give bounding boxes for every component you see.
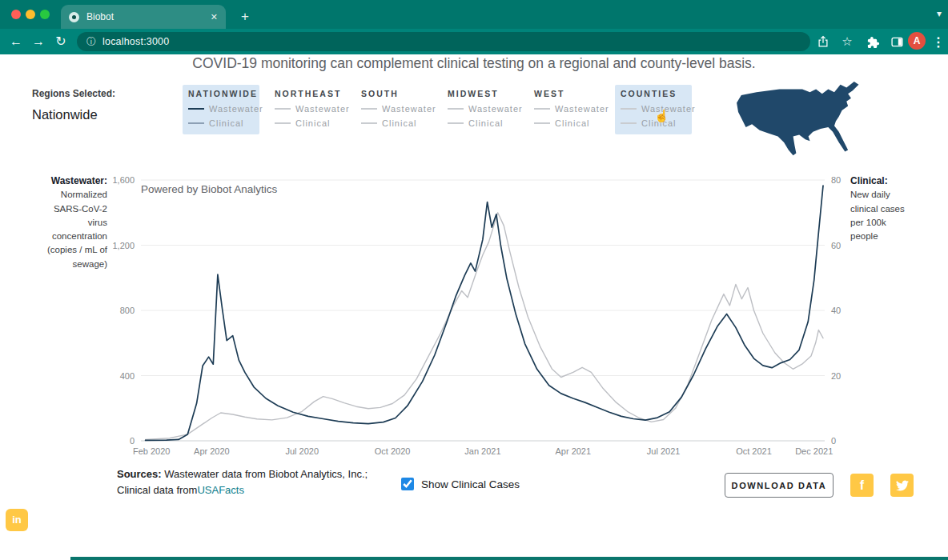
region-toggle-wastewater[interactable]: Wastewater	[188, 104, 254, 114]
address-bar[interactable]: ⓘ localhost:3000	[77, 32, 810, 51]
left-axis-tick-label: 1,200	[112, 241, 135, 250]
region-toggle-wastewater[interactable]: Wastewater	[448, 104, 513, 114]
back-button[interactable]: ←	[6, 32, 26, 51]
region-toggle-wastewater[interactable]: Wastewater	[275, 104, 340, 114]
legend-label: Wastewater	[295, 104, 350, 114]
right-axis-line: people	[850, 230, 924, 243]
region-toggle-clinical[interactable]: Clinical	[275, 118, 340, 128]
left-axis-line: Normalized	[24, 188, 107, 202]
legend-label: Clinical	[382, 118, 416, 128]
tab-close-icon[interactable]: ✕	[211, 12, 218, 22]
x-axis-tick-label: Jan 2021	[464, 446, 500, 456]
region-toggle-clinical[interactable]: Clinical	[621, 118, 686, 128]
usafacts-link[interactable]: USAFacts	[197, 484, 244, 496]
tab-list-chevron-icon[interactable]: ▾	[937, 8, 942, 19]
bookmark-star-icon[interactable]: ☆	[838, 33, 857, 50]
browser-menu-icon[interactable]: ⋮	[929, 33, 948, 50]
footer-strip	[70, 557, 948, 560]
side-panel-icon[interactable]	[887, 33, 906, 50]
sources-text: Sources: Wastewater data from Biobot Ana…	[117, 466, 368, 498]
legend-swatch	[534, 122, 550, 124]
linkedin-share-button[interactable]: in	[6, 509, 28, 531]
legend-swatch	[361, 108, 377, 110]
region-group-nationwide[interactable]: NATIONWIDE Wastewater Clinical	[183, 85, 259, 134]
window-zoom-button[interactable]	[40, 10, 50, 19]
facebook-share-button[interactable]: f	[850, 474, 874, 497]
x-axis-tick-label: Jul 2021	[647, 446, 681, 456]
legend-swatch	[188, 108, 204, 110]
right-axis-tick-label: 0	[831, 436, 836, 446]
legend-label: Clinical	[295, 118, 330, 128]
site-info-icon[interactable]: ⓘ	[86, 35, 96, 49]
wastewater-line	[146, 186, 823, 440]
show-clinical-checkbox[interactable]	[401, 478, 414, 490]
left-axis-line: SARS-CoV-2	[24, 202, 107, 216]
right-axis-line: clinical cases	[850, 202, 924, 216]
region-group-south[interactable]: SOUTH Wastewater Clinical	[356, 85, 432, 134]
window-minimize-button[interactable]	[26, 10, 35, 19]
forward-button[interactable]: →	[29, 32, 48, 51]
left-axis-tick-label: 1,600	[112, 175, 135, 185]
legend-swatch	[275, 122, 291, 124]
region-group-counties[interactable]: COUNTIES Wastewater Clinical	[615, 85, 692, 134]
regions-selected-value: Nationwide	[32, 107, 98, 122]
page-title: COVID-19 monitoring can complement clini…	[0, 55, 948, 72]
extensions-puzzle-icon[interactable]	[863, 33, 882, 50]
right-axis-line: per 100k	[850, 216, 924, 230]
x-axis-tick-label: Jul 2020	[285, 446, 319, 456]
x-axis-tick-label: Feb 2020	[133, 446, 170, 456]
x-axis-tick-label: Apr 2020	[194, 446, 230, 456]
left-axis-description: Wastewater: Normalized SARS-CoV-2 virus …	[24, 174, 107, 271]
x-axis-tick-label: Apr 2021	[555, 446, 591, 456]
region-toggle-wastewater[interactable]: Wastewater	[361, 104, 427, 114]
facebook-icon: f	[860, 478, 864, 493]
region-toggle-clinical[interactable]: Clinical	[361, 118, 427, 128]
right-axis-tick-label: 60	[831, 241, 841, 250]
region-toggle-clinical[interactable]: Clinical	[188, 118, 254, 128]
region-toggle-wastewater[interactable]: Wastewater	[534, 104, 600, 114]
show-clinical-label[interactable]: Show Clinical Cases	[421, 478, 520, 490]
region-group-northeast[interactable]: NORTHEAST Wastewater Clinical	[269, 85, 346, 134]
window-close-button[interactable]	[11, 10, 21, 19]
legend-label: Wastewater	[555, 104, 609, 114]
region-toggle-clinical[interactable]: Clinical	[534, 118, 600, 128]
twitter-share-button[interactable]	[890, 474, 914, 497]
browser-window: Biobot ✕ + ▾ ← → ↻ ⓘ localhost:3000 ☆ A …	[0, 0, 948, 560]
legend-label: Wastewater	[382, 104, 436, 114]
region-group-title: SOUTH	[361, 89, 427, 98]
us-map[interactable]	[733, 80, 871, 160]
new-tab-button[interactable]: +	[235, 7, 255, 26]
linkedin-icon: in	[12, 514, 22, 526]
legend-label: Wastewater	[468, 104, 523, 114]
download-data-button[interactable]: DOWNLOAD DATA	[725, 473, 834, 498]
us-map-shape	[737, 82, 858, 155]
region-selector: NATIONWIDE Wastewater Clinical NORTHEAST…	[183, 85, 701, 134]
left-axis-line: (copies / mL of	[24, 243, 107, 257]
region-group-title: MIDWEST	[448, 89, 513, 98]
legend-swatch	[621, 108, 637, 110]
region-group-west[interactable]: WEST Wastewater Clinical	[528, 85, 605, 134]
legend-label: Wastewater	[209, 104, 263, 114]
legend-swatch	[188, 122, 204, 124]
right-axis-tick-label: 80	[831, 175, 841, 185]
right-axis-title: Clinical:	[850, 174, 924, 188]
profile-avatar[interactable]: A	[908, 32, 926, 50]
right-axis-tick-label: 20	[831, 371, 841, 381]
show-clinical-row: Show Clinical Cases	[401, 478, 520, 490]
clinical-line	[146, 213, 823, 440]
region-toggle-wastewater[interactable]: Wastewater	[621, 104, 686, 114]
legend-label: Clinical	[209, 118, 243, 128]
x-axis-tick-label: Oct 2021	[736, 446, 772, 456]
tab-title: Biobot	[86, 11, 211, 22]
region-group-midwest[interactable]: MIDWEST Wastewater Clinical	[442, 85, 519, 134]
browser-tab[interactable]: Biobot ✕	[61, 5, 226, 29]
share-icon[interactable]	[813, 33, 833, 50]
region-group-title: NORTHEAST	[275, 89, 340, 98]
left-axis-line: sewage)	[24, 258, 107, 271]
legend-swatch	[361, 122, 377, 124]
reload-button[interactable]: ↻	[51, 32, 70, 51]
region-toggle-clinical[interactable]: Clinical	[448, 118, 513, 128]
legend-swatch	[275, 108, 291, 110]
tab-strip: Biobot ✕ + ▾	[0, 0, 948, 29]
sources-line1: Wastewater data from Biobot Analytics, I…	[164, 468, 368, 480]
